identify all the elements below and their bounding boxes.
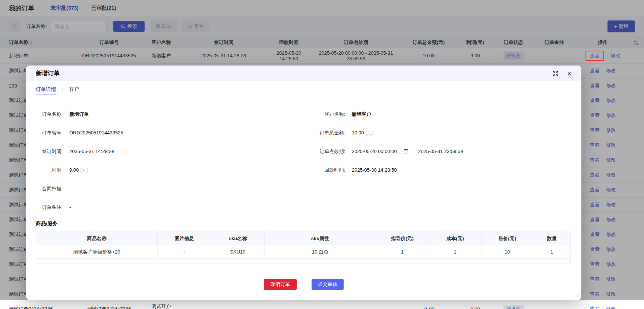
products-table: 商品名称 图片信息 sku名称 sku属性 指导价(元) 成本(元) 售价(元)… [36,232,571,264]
modal-header: 新增订单 × [26,66,581,81]
cell-validity [309,302,402,309]
cell-payback-time [268,302,309,309]
modal-footer: 取消订单 提交审核 [36,279,572,290]
field-profit: 利润: 9.00 (元) [36,167,312,173]
pcol-image-info: 图片信息 [158,232,211,245]
field-contract-scan: 合同扫描: - [36,185,312,192]
cell-remark [531,302,578,309]
pcell-guide-price: 1 [376,245,429,259]
modal-tab-customer[interactable]: 客户 [69,81,79,98]
product-table-body: 测试客户等级价格+20 - SKU10 10,白色 1 1 10 1 [36,245,571,264]
pcell-sale-price: 10 [482,245,533,259]
pcol-sku-attr: sku属性 [265,232,376,245]
modal-tab-order-detail[interactable]: 订单详情 [36,81,56,98]
modal-title: 新增订单 [36,70,60,77]
products-section-label: 商品/服务: [36,220,572,227]
view-link[interactable]: 查看 [590,306,600,309]
cell-total: 11.00 [402,302,455,309]
cell-profit: 0.00 [455,302,496,309]
field-validity: 订单有效期: 2025-05-20 00:00:00 至 2025-05-31 … [312,148,463,155]
cell-order-number: 测试订单0424+7386 [75,302,143,309]
modal-tab-divider: | [62,87,63,92]
field-order-remark: 订单备注: - [36,204,312,211]
pcell-product-name: 测试客户等级价格+20 [36,245,158,259]
pcol-quantity: 数量 [533,232,571,245]
pcell-sku-attr: 10,白色 [265,245,376,259]
field-order-number: 订单编号: ORD2025051914433525 [36,130,312,136]
orders-page: 我的订单 未审批(373) | 已审批(21) 订单名称: 搜索 筛选(0) 重… [0,0,644,309]
cell-customer-name: 测试客户0424+7386 [143,302,179,309]
pcell-cost: 1 [429,245,482,259]
cell-status: 待提交 [496,302,531,309]
field-customer-name: 客户名称: 新增客户 [312,111,371,118]
pcol-sku-name: sku名称 [211,232,265,245]
resize-handle[interactable] [575,293,580,298]
field-total-amount: 订单总金额: 10.00 (元) [312,130,373,136]
cell-settings-spacer [628,302,644,309]
pcol-product-name: 商品名称 [36,232,158,245]
submit-review-button[interactable]: 提交审核 [312,279,344,290]
cell-order-name: 测试订单0424+7386 [0,302,75,309]
cell-sign-time [179,302,268,309]
field-order-name: 订单名称: 新增订单 [36,111,312,118]
field-sign-time: 签订时间: 2025-05-31 14:28:28 [36,148,312,155]
modal-body: 订单名称: 新增订单 客户名称: 新增客户 订单编号: ORD202505191… [26,98,581,300]
product-spacer-row [36,259,571,264]
pcol-cost: 成本(元) [429,232,482,245]
action-divider: | [602,306,603,309]
status-badge: 待提交 [503,305,524,309]
close-icon[interactable]: × [567,70,572,77]
fullscreen-icon[interactable] [553,71,558,76]
pcol-guide-price: 指导价(元) [376,232,429,245]
pcol-sale-price: 售价(元) [482,232,533,245]
cell-actions: 查看|修改 [578,302,628,309]
products-header-row: 商品名称 图片信息 sku名称 sku属性 指导价(元) 成本(元) 售价(元)… [36,232,571,245]
modal-tabs: 订单详情 | 客户 [26,81,581,98]
pcell-sku-name: SKU10 [211,245,265,259]
product-row: 测试客户等级价格+20 - SKU10 10,白色 1 1 10 1 [36,245,571,259]
view-link[interactable]: 查看 [585,51,604,61]
pcell-image-info: - [158,245,211,259]
table-row: 测试订单0424+7386 测试订单0424+7386 测试客户0424+738… [0,302,644,309]
cancel-order-button[interactable]: 取消订单 [264,279,297,290]
order-detail-modal: 新增订单 × 订单详情 | 客户 订单名称: 新增订单 [26,66,581,300]
edit-link[interactable]: 修改 [606,306,616,309]
pcell-quantity: 1 [533,245,571,259]
field-payback-time: 回款时间: 2025-05-30 14:28:50 [312,167,397,173]
